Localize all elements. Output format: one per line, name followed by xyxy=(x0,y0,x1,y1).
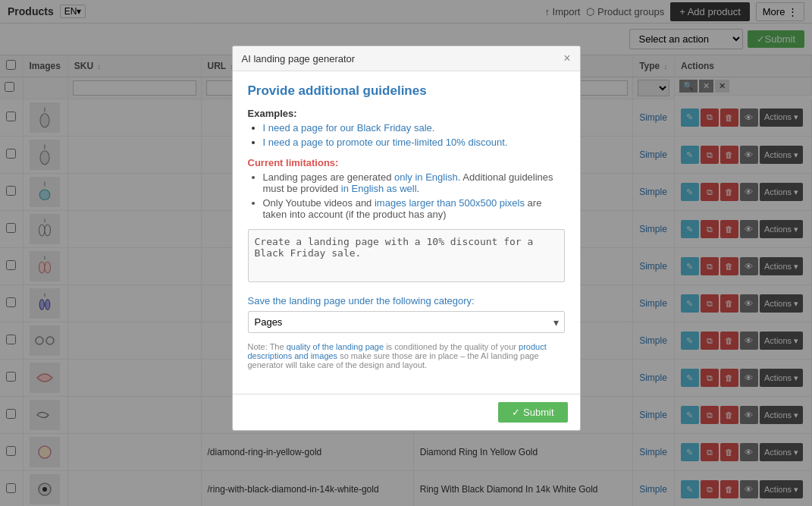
example-link-2[interactable]: I need a page to promote our time-limite… xyxy=(263,137,508,148)
modal-overlay: AI landing page generator × Provide addi… xyxy=(0,0,812,506)
category-label: Save the landing page under the followin… xyxy=(248,295,565,306)
modal-note: Note: The quality of the landing page is… xyxy=(248,342,565,369)
modal-submit-button[interactable]: ✓ Submit xyxy=(498,402,567,423)
category-select[interactable]: Pages xyxy=(248,311,565,333)
quality-link[interactable]: quality of the landing page xyxy=(287,342,384,351)
modal-footer: ✓ Submit xyxy=(233,394,580,430)
modal-body: Provide additional guidelines Examples: … xyxy=(233,71,580,394)
modal-header-title: AI landing page generator xyxy=(242,53,356,64)
limitations-label: Current limitations: xyxy=(248,157,565,168)
limitations-list: Landing pages are generated only in Engl… xyxy=(248,171,565,220)
category-select-wrap: Pages ▾ xyxy=(248,311,565,333)
example-item: I need a page for our Black Friday sale. xyxy=(263,122,565,134)
modal-title: Provide additional guidelines xyxy=(248,83,565,99)
examples-label: Examples: xyxy=(248,108,565,119)
limitation-item-1: Landing pages are generated only in Engl… xyxy=(263,171,565,194)
guidelines-textarea[interactable]: Create a landing page with a 10% discoun… xyxy=(248,229,565,282)
example-link-1[interactable]: I need a page for our Black Friday sale. xyxy=(263,122,435,134)
examples-list: I need a page for our Black Friday sale.… xyxy=(248,122,565,148)
modal-close-button[interactable]: × xyxy=(563,52,570,64)
ai-landing-page-modal: AI landing page generator × Provide addi… xyxy=(232,46,581,431)
modal-header: AI landing page generator × xyxy=(233,46,580,71)
example-item: I need a page to promote our time-limite… xyxy=(263,137,565,148)
limitation-item-2: Only Youtube videos and images larger th… xyxy=(263,197,565,220)
